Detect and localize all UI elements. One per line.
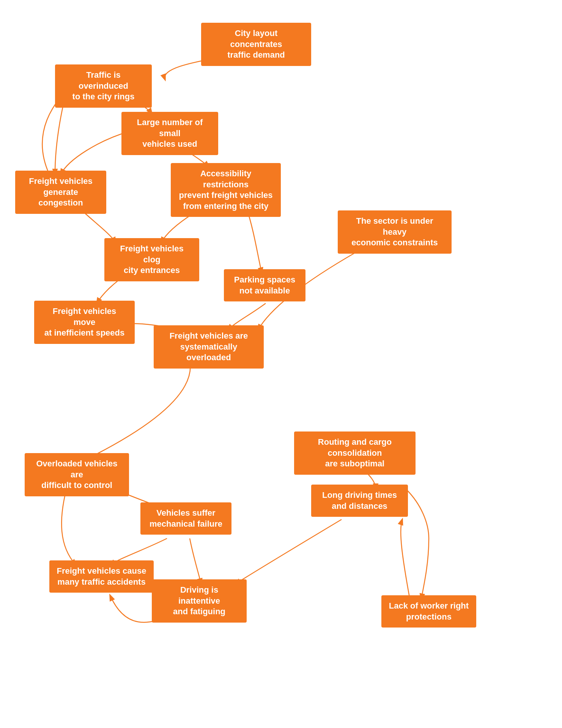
inattentive-node: Driving is inattentiveand fatiguing (152, 579, 247, 623)
overloaded-control-node: Overloaded vehicles aredifficult to cont… (25, 453, 129, 496)
clog-entrances-node: Freight vehicles clogcity entrances (104, 238, 199, 281)
routing-suboptimal-node: Routing and cargo consolidationare subop… (294, 431, 416, 475)
inefficient-speeds-node: Freight vehicles moveat inefficient spee… (34, 301, 135, 344)
traffic-overinduced-node: Traffic is overinducedto the city rings (55, 64, 152, 108)
parking-node: Parking spacesnot available (224, 269, 305, 301)
large-number-node: Large number of smallvehicles used (121, 112, 218, 155)
freight-congestion-node: Freight vehiclesgenerate congestion (15, 171, 106, 214)
systematically-overloaded-node: Freight vehicles aresystematically overl… (154, 325, 264, 369)
city-layout-node: City layout concentratestraffic demand (201, 23, 311, 66)
accessibility-node: Accessibility restrictionsprevent freigh… (171, 163, 281, 217)
mechanical-failure-node: Vehicles suffermechanical failure (140, 502, 231, 535)
economic-constraints-node: The sector is under heavyeconomic constr… (338, 210, 452, 254)
traffic-accidents-node: Freight vehicles causemany traffic accid… (49, 560, 154, 593)
worker-rights-node: Lack of worker rightprotections (381, 595, 476, 628)
long-driving-node: Long driving timesand distances (311, 485, 408, 517)
